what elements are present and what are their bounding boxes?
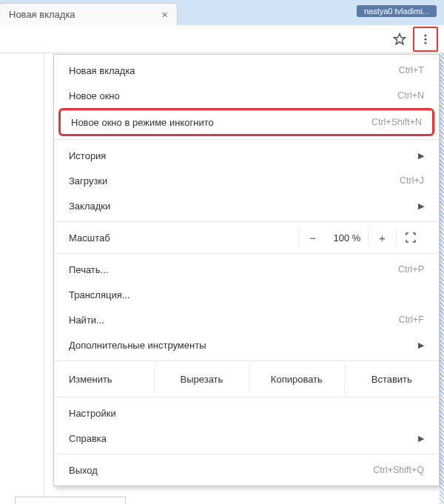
menu-separator xyxy=(54,221,439,222)
menu-label: Найти... xyxy=(69,315,399,326)
menu-separator xyxy=(54,139,439,140)
profile-badge[interactable]: nastya0 tvladimi... xyxy=(357,5,437,17)
menu-shortcut: Ctrl+J xyxy=(400,175,424,186)
menu-separator xyxy=(54,253,439,254)
menu-label: Новое окно в режиме инкогнито xyxy=(71,117,371,128)
menu-cut[interactable]: Вырезать xyxy=(155,364,249,394)
menu-bookmarks[interactable]: Закладки ▶ xyxy=(54,193,439,218)
menu-shortcut: Ctrl+P xyxy=(398,264,424,275)
menu-more-tools[interactable]: Дополнительные инструменты ▶ xyxy=(54,332,439,357)
menu-copy[interactable]: Копировать xyxy=(249,364,344,394)
svg-marker-0 xyxy=(394,33,406,44)
left-panel xyxy=(0,53,44,504)
menu-shortcut: Ctrl+Shift+N xyxy=(371,117,422,127)
menu-find[interactable]: Найти... Ctrl+F xyxy=(54,307,439,332)
menu-settings[interactable]: Настройки xyxy=(54,400,439,426)
menu-separator xyxy=(54,454,439,454)
menu-label: Закладки xyxy=(69,201,412,212)
submenu-arrow-icon: ▶ xyxy=(418,434,424,443)
menu-label: Настройки xyxy=(69,408,424,419)
menu-label: Новое окно xyxy=(69,90,397,101)
menu-exit[interactable]: Выход Ctrl+Shift+Q xyxy=(54,457,439,483)
edit-row-label: Изменить xyxy=(54,364,155,394)
menu-zoom: Масштаб − 100 % + xyxy=(54,225,439,250)
zoom-label: Масштаб xyxy=(69,232,298,243)
menu-shortcut: Ctrl+T xyxy=(399,65,424,75)
bookmark-star-icon[interactable] xyxy=(389,29,410,50)
menu-label: Печать... xyxy=(69,264,398,275)
menu-label: Новая вкладка xyxy=(69,65,399,76)
close-tab-icon[interactable]: × xyxy=(161,9,168,20)
svg-point-1 xyxy=(424,34,426,36)
svg-point-3 xyxy=(424,41,426,44)
menu-new-tab[interactable]: Новая вкладка Ctrl+T xyxy=(54,58,439,83)
menu-separator xyxy=(54,360,439,361)
menu-shortcut: Ctrl+F xyxy=(399,315,424,325)
menu-print[interactable]: Печать... Ctrl+P xyxy=(54,257,439,282)
menu-paste[interactable]: Вставить xyxy=(345,364,439,394)
menu-label: Выход xyxy=(69,465,373,476)
menu-label: Трансляция... xyxy=(69,289,424,300)
tab-strip: Новая вкладка × nastya0 tvladimi... xyxy=(0,0,444,25)
menu-button-highlight xyxy=(413,27,438,52)
zoom-in-button[interactable]: + xyxy=(368,229,396,246)
fullscreen-icon[interactable] xyxy=(396,229,424,246)
toolbar xyxy=(0,25,444,53)
menu-edit-row: Изменить Вырезать Копировать Вставить xyxy=(54,364,439,394)
menu-help[interactable]: Справка ▶ xyxy=(54,426,439,451)
zoom-out-button[interactable]: − xyxy=(298,229,326,246)
submenu-arrow-icon: ▶ xyxy=(418,151,424,161)
chrome-main-menu: Новая вкладка Ctrl+T Новое окно Ctrl+N Н… xyxy=(53,54,440,486)
tab-title: Новая вкладка xyxy=(9,9,75,20)
right-scroll-edge xyxy=(440,53,444,504)
menu-label: Загрузки xyxy=(69,175,400,187)
menu-label: История xyxy=(69,150,412,161)
menu-cast[interactable]: Трансляция... xyxy=(54,282,439,307)
menu-incognito[interactable]: Новое окно в режиме инкогнито Ctrl+Shift… xyxy=(61,110,432,134)
menu-shortcut: Ctrl+Shift+Q xyxy=(373,465,424,475)
menu-label: Справка xyxy=(69,433,412,444)
menu-shortcut: Ctrl+N xyxy=(397,90,424,101)
menu-separator xyxy=(54,397,439,397)
menu-history[interactable]: История ▶ xyxy=(54,143,439,168)
incognito-highlight: Новое окно в режиме инкогнито Ctrl+Shift… xyxy=(58,108,434,136)
kebab-menu-icon[interactable] xyxy=(415,29,436,50)
bottom-element xyxy=(15,497,126,504)
submenu-arrow-icon: ▶ xyxy=(418,340,424,350)
zoom-value: 100 % xyxy=(326,232,368,243)
menu-label: Дополнительные инструменты xyxy=(69,340,412,351)
browser-tab[interactable]: Новая вкладка × xyxy=(0,3,178,25)
submenu-arrow-icon: ▶ xyxy=(418,201,424,211)
menu-new-window[interactable]: Новое окно Ctrl+N xyxy=(54,83,439,108)
svg-point-2 xyxy=(424,38,426,40)
menu-downloads[interactable]: Загрузки Ctrl+J xyxy=(54,168,439,193)
